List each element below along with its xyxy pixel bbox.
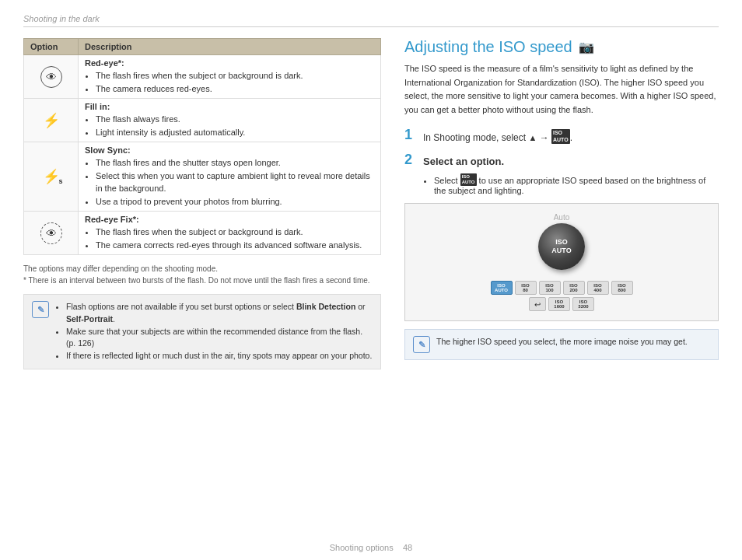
footer-text: Shooting options [330, 543, 394, 552]
step-number-1: 1 [404, 128, 417, 142]
content-area: Option Description 👁 Red-eye*: The fla [23, 38, 719, 537]
col-header-description: Description [79, 39, 381, 55]
option-icon-cell: 👁 [24, 55, 79, 99]
bullet-item: The camera reduces red-eyes. [96, 82, 374, 96]
iso-buttons-row: ISOAUTO ISO80 ISO100 ISO200 ISO400 ISO80… [491, 281, 633, 295]
iso-auto-inline-icon: ISOAUTO [551, 129, 570, 144]
slow-sync-icon: ⚡ s [43, 168, 60, 185]
option-bullets: The flash always fires. Light intensity … [85, 113, 374, 138]
option-title: Red-eye Fix*: [85, 215, 374, 224]
step-2-bullet: Select ISOAUTO to use an appropriate ISO… [434, 173, 719, 195]
bullet-item: Use a tripod to prevent your photos from… [96, 195, 374, 208]
col-header-option: Option [24, 39, 79, 55]
option-desc-cell: Fill in: The flash always fires. Light i… [79, 99, 381, 142]
iso-btn-80[interactable]: ISO80 [515, 281, 537, 295]
step-1: 1 In Shooting mode, select ▲ → ISOAUTO. [404, 128, 719, 146]
iso-auto-small-icon: ISOAUTO [460, 173, 477, 186]
bullet-item: Select this when you want to capture amb… [96, 170, 374, 195]
iso-btn-3200[interactable]: ISO3200 [572, 297, 594, 311]
bullet-item: The flash fires and the shutter stays op… [96, 156, 374, 170]
page: Shooting in the dark Option Description … [0, 0, 742, 560]
option-bullets: The flash fires when the subject or back… [85, 226, 374, 251]
option-title: Fill in: [85, 102, 374, 111]
table-row: 👁 Red-eye*: The flash fires when the sub… [24, 55, 381, 99]
iso-dial-area: Auto ISOAUTO [538, 213, 585, 270]
option-bullets: The flash fires when the subject or back… [85, 69, 374, 95]
option-desc-cell: Slow Sync: The flash fires and the shutt… [79, 142, 381, 212]
iso-btn-200[interactable]: ISO200 [563, 281, 585, 295]
option-icon-cell: 👁 [24, 212, 79, 255]
iso-btn-400[interactable]: ISO400 [587, 281, 609, 295]
lightning-icon: ⚡ [43, 113, 60, 128]
left-column: Option Description 👁 Red-eye*: The fla [23, 38, 381, 537]
step-number-2: 2 [404, 152, 417, 166]
bullet-item: The flash always fires. [96, 113, 374, 126]
red-eye-icon: 👁 [40, 66, 62, 88]
table-row: ⚡ s Slow Sync: The flash fires and the s… [24, 142, 381, 212]
note-bullet: If there is reflected light or much dust… [66, 350, 373, 362]
right-column: Adjusting the ISO speed 📷 The ISO speed … [404, 38, 719, 537]
iso-dial: ISOAUTO [538, 223, 585, 270]
table-row: ⚡ Fill in: The flash always fires. Light… [24, 99, 381, 142]
table-row: 👁 Red-eye Fix*: The flash fires when the… [24, 212, 381, 255]
breadcrumb: Shooting in the dark [23, 14, 100, 23]
footnote-1: The options may differ depending on the … [23, 263, 381, 275]
section-title-text: Adjusting the ISO speed [404, 38, 572, 56]
step-2-content: Select an option. Select ISOAUTO to use … [423, 152, 719, 195]
bullet-item: The flash fires when the subject or back… [96, 226, 374, 239]
eye-fix-circle: 👁 [40, 222, 62, 244]
option-title: Slow Sync: [85, 145, 374, 155]
footnote-2: * There is an interval between two burst… [23, 275, 381, 286]
note-bullet: Flash options are not available if you s… [66, 301, 373, 326]
page-number: 48 [403, 543, 412, 552]
step-1-text: In Shooting mode, select ▲ → ISOAUTO. [423, 128, 572, 146]
footnotes: The options may differ depending on the … [23, 263, 381, 286]
camera-icon: 📷 [579, 40, 594, 54]
option-icon-cell: ⚡ [24, 99, 79, 142]
red-eye-fix-icon: 👁 [40, 222, 62, 244]
tip-box: ✎ The higher ISO speed you select, the m… [404, 329, 719, 360]
option-desc-cell: Red-eye*: The flash fires when the subje… [79, 55, 381, 99]
page-header: Shooting in the dark [23, 14, 719, 27]
options-table: Option Description 👁 Red-eye*: The fla [23, 38, 381, 255]
option-icon-cell: ⚡ s [24, 142, 79, 212]
section-title: Adjusting the ISO speed 📷 [404, 38, 719, 56]
option-title: Red-eye*: [85, 58, 374, 68]
note-bullets: Flash options are not available if you s… [55, 301, 373, 362]
bullet-item: The flash fires when the subject or back… [96, 69, 374, 82]
iso-diagram: Auto ISOAUTO ISOAUTO ISO80 ISO100 ISO200… [404, 203, 719, 321]
section-intro: The ISO speed is the measure of a film's… [404, 62, 719, 117]
step-2-title: Select an option. [423, 152, 719, 170]
tip-icon: ✎ [413, 336, 430, 353]
iso-btn-1600[interactable]: ISO1600 [548, 297, 570, 311]
note-box: ✎ Flash options are not available if you… [23, 294, 381, 369]
auto-label: Auto [554, 213, 570, 222]
note-icon: ✎ [32, 301, 49, 318]
step-2: 2 Select an option. Select ISOAUTO to us… [404, 152, 719, 195]
iso-btn-auto[interactable]: ISOAUTO [491, 281, 513, 295]
iso-row2: ↩ ISO1600 ISO3200 [529, 297, 594, 311]
bullet-item: Light intensity is adjusted automaticall… [96, 126, 374, 139]
option-bullets: The flash fires and the shutter stays op… [85, 156, 374, 208]
tip-text: The higher ISO speed you select, the mor… [436, 336, 688, 353]
iso-btn-800[interactable]: ISO800 [611, 281, 633, 295]
back-button[interactable]: ↩ [529, 297, 546, 311]
bullet-item: The camera corrects red-eyes through its… [96, 239, 374, 252]
option-desc-cell: Red-eye Fix*: The flash fires when the s… [79, 212, 381, 255]
step-2-bullets: Select ISOAUTO to use an appropriate ISO… [423, 173, 719, 195]
note-bullet: Make sure that your subjects are within … [66, 326, 373, 351]
page-footer: Shooting options 48 [23, 537, 719, 552]
iso-btn-100[interactable]: ISO100 [539, 281, 561, 295]
